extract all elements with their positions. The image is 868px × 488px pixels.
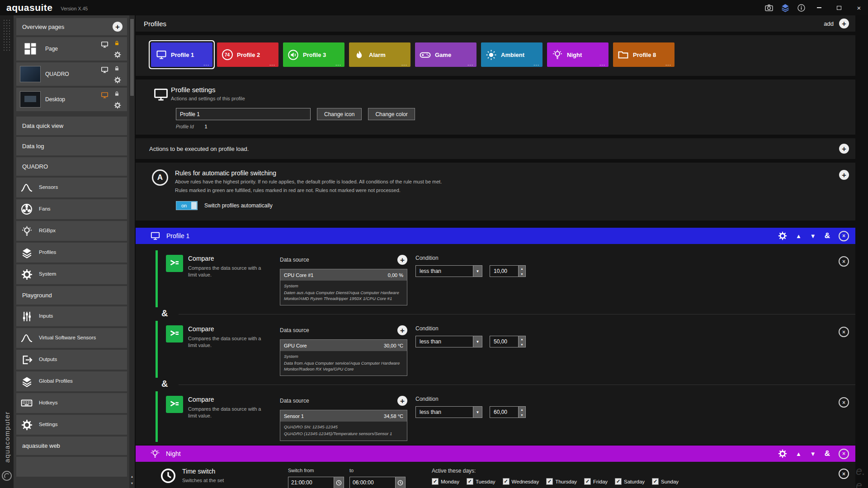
sidebar-header-playground[interactable]: Playground <box>16 286 127 305</box>
operator-dropdown[interactable]: less than▼ <box>415 336 482 347</box>
monitor-icon[interactable] <box>100 66 109 74</box>
change-icon-button[interactable]: Change icon <box>317 108 362 120</box>
profile-tile-1[interactable]: Profile 1 ... <box>151 42 212 67</box>
and-or-toggle[interactable]: & <box>825 231 830 240</box>
profile-tile-night[interactable]: Night ... <box>547 42 609 67</box>
rule-group-bar-profile1[interactable]: Profile 1 ▲ ▼ & × <box>136 228 855 244</box>
maximize-button[interactable] <box>833 2 845 14</box>
sidebar-header-quadro[interactable]: QUADRO <box>16 157 127 176</box>
sidebar-item-sensors[interactable]: Sensors <box>16 178 127 197</box>
add-data-source-button[interactable]: + <box>397 396 407 406</box>
limit-spinner[interactable]: ▲▼ <box>490 265 526 277</box>
gear-icon[interactable] <box>114 102 121 109</box>
day-checkbox-thursday[interactable]: ✓Thursday <box>546 478 577 485</box>
gear-icon[interactable] <box>778 449 787 458</box>
remove-condition-button[interactable]: × <box>839 397 849 408</box>
move-down-icon[interactable]: ▼ <box>810 233 816 239</box>
sidebar-item-hotkeys[interactable]: Hotkeys <box>16 393 127 413</box>
spin-down-icon[interactable]: ▼ <box>519 412 525 418</box>
screenshot-icon[interactable] <box>764 3 774 12</box>
sidebar-item-quadro-page[interactable]: QUADRO <box>16 62 127 86</box>
and-joiner[interactable]: & <box>161 308 168 319</box>
sidebar-item-fans[interactable]: Fans <box>16 199 127 219</box>
tile-more-menu[interactable]: ... <box>599 61 605 67</box>
and-joiner[interactable]: & <box>161 379 168 389</box>
profile-tile-alarm[interactable]: Alarm ... <box>349 42 410 67</box>
sidebar-item-data-quick-view[interactable]: Data quick view <box>16 117 127 135</box>
switch-to-time-input[interactable] <box>349 477 406 488</box>
profile-name-input[interactable] <box>176 108 311 120</box>
spin-up-icon[interactable]: ▲ <box>519 266 525 271</box>
add-rule-button[interactable]: + <box>839 170 849 180</box>
profile-tile-2[interactable]: 74 Profile 2 ... <box>217 42 278 67</box>
remove-group-button[interactable]: × <box>839 231 849 241</box>
scroll-down-icon[interactable]: ▼ <box>129 480 135 486</box>
add-action-button[interactable]: + <box>839 144 849 154</box>
operator-dropdown[interactable]: less than▼ <box>415 406 482 418</box>
tile-more-menu[interactable]: ... <box>665 61 671 67</box>
scroll-up-icon[interactable]: ▲ <box>129 474 135 479</box>
spin-up-icon[interactable]: ▲ <box>519 336 525 342</box>
day-checkbox-sunday[interactable]: ✓Sunday <box>652 478 679 485</box>
gear-icon[interactable] <box>114 76 121 84</box>
switch-automatically-toggle[interactable]: on <box>176 201 198 210</box>
sidebar-item-profiles[interactable]: Profiles <box>16 243 127 263</box>
data-source-card[interactable]: Sensor 134,58 °C QUADRO SN: 12345-12345Q… <box>280 410 407 441</box>
info-icon[interactable] <box>797 4 806 12</box>
day-checkbox-tuesday[interactable]: ✓Tuesday <box>467 478 495 485</box>
overview-layers-icon[interactable] <box>781 3 790 12</box>
data-source-card[interactable]: CPU Core #10,00 % SystemDaten aus Aqua C… <box>280 269 407 305</box>
remove-time-switch-button[interactable]: × <box>839 469 849 479</box>
limit-spinner[interactable]: ▲▼ <box>490 336 526 347</box>
day-checkbox-friday[interactable]: ✓Friday <box>584 478 608 485</box>
remove-group-button[interactable]: × <box>839 449 849 459</box>
rule-group-bar-night[interactable]: Night ▲ ▼ & × <box>136 446 855 462</box>
day-checkbox-saturday[interactable]: ✓Saturday <box>615 478 645 485</box>
minimize-button[interactable] <box>813 2 826 14</box>
move-up-icon[interactable]: ▲ <box>796 451 802 457</box>
time-picker-icon[interactable] <box>395 477 405 488</box>
sidebar-item-partial[interactable] <box>16 457 127 477</box>
sidebar-item-virtual-software-sensors[interactable]: Virtual Software Sensors <box>16 328 127 348</box>
sidebar-item-outputs[interactable]: Outputs <box>16 350 127 370</box>
limit-spinner[interactable]: ▲▼ <box>490 406 526 418</box>
tile-more-menu[interactable]: ... <box>269 61 275 67</box>
scrollbar-thumb[interactable] <box>130 19 134 96</box>
gear-icon[interactable] <box>114 51 121 58</box>
data-source-card[interactable]: GPU Core30,00 °C SystemData from Aqua Co… <box>280 339 407 376</box>
spin-down-icon[interactable]: ▼ <box>519 271 525 277</box>
sidebar-scrollbar[interactable]: ▲ ▼ <box>129 15 135 488</box>
sidebar-item-settings[interactable]: Settings <box>16 415 127 435</box>
lock-icon[interactable] <box>114 91 120 97</box>
spin-up-icon[interactable]: ▲ <box>519 407 525 412</box>
add-profile-button[interactable]: + <box>839 19 849 28</box>
sidebar-item-desktop-page[interactable]: Desktop <box>16 88 127 111</box>
sidebar-item-rgbpx[interactable]: RGBpx <box>16 221 127 241</box>
sidebar-item-system[interactable]: System <box>16 264 127 284</box>
remove-condition-button[interactable]: × <box>839 256 849 267</box>
tile-more-menu[interactable]: ... <box>335 61 341 67</box>
profile-tile-3[interactable]: Profile 3 ... <box>283 42 344 67</box>
sidebar-item-inputs[interactable]: Inputs <box>16 306 127 326</box>
add-data-source-button[interactable]: + <box>397 325 407 335</box>
profile-tile-game[interactable]: Game ... <box>415 42 476 67</box>
operator-dropdown[interactable]: less than▼ <box>415 265 482 277</box>
tile-more-menu[interactable]: ... <box>533 61 539 67</box>
spin-down-icon[interactable]: ▼ <box>519 342 525 347</box>
switch-from-time-input[interactable] <box>288 477 344 488</box>
and-or-toggle[interactable]: & <box>825 449 830 458</box>
sidebar-item-page[interactable]: Page <box>16 37 127 61</box>
profile-tile-ambient[interactable]: Ambient ... <box>481 42 542 67</box>
move-down-icon[interactable]: ▼ <box>810 451 816 457</box>
sidebar-header-aquasuite-web[interactable]: aquasuite web <box>16 436 127 455</box>
monitor-icon[interactable] <box>100 91 109 99</box>
remove-condition-button[interactable]: × <box>839 327 849 337</box>
day-checkbox-monday[interactable]: ✓Monday <box>432 478 459 485</box>
monitor-icon[interactable] <box>100 41 109 48</box>
tile-more-menu[interactable]: ... <box>203 61 209 67</box>
add-label[interactable]: add <box>824 20 834 27</box>
sidebar-item-data-log[interactable]: Data log <box>16 137 127 155</box>
day-checkbox-wednesday[interactable]: ✓Wednesday <box>503 478 539 485</box>
time-picker-icon[interactable] <box>334 477 344 488</box>
gear-icon[interactable] <box>778 231 787 240</box>
